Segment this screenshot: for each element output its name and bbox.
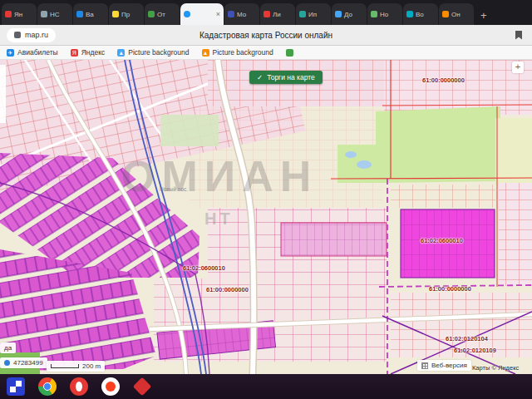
torgi-label: Торги на карте — [267, 73, 315, 81]
browser-tab[interactable]: НС — [37, 3, 72, 25]
tab-strip: Ян НС Ва Пр — [0, 3, 475, 25]
tab-favicon-icon — [371, 11, 377, 17]
bookmark-label: Picture background — [128, 48, 189, 57]
tab-favicon-icon — [41, 11, 47, 17]
taskbar — [0, 374, 532, 399]
counter-value: 47283499 — [13, 359, 43, 367]
tab-favicon-icon — [299, 11, 306, 17]
tab-close-icon[interactable]: × — [216, 10, 220, 18]
tab-favicon-icon — [184, 11, 190, 17]
web-version-label: Веб-версия — [431, 362, 467, 369]
bookmark-favicon-icon: ✈ — [7, 49, 14, 57]
tab-favicon-icon — [5, 11, 12, 17]
bookmark-favicon-icon: Я — [71, 49, 78, 57]
location-dot-icon — [4, 360, 10, 366]
bookmark-label: Авиабилеты — [17, 48, 58, 57]
web-version-button[interactable]: Веб-версия — [417, 360, 471, 371]
tab-favicon-icon — [112, 11, 119, 17]
bookmark-item[interactable]: ▲ Picture background — [117, 48, 189, 57]
tab-label: Он — [451, 11, 461, 18]
coordinates-chip: 47283499 — [0, 357, 47, 368]
opera-icon[interactable] — [70, 377, 88, 396]
bookmark-favicon-icon: ▲ — [202, 49, 209, 57]
scale-label: 200 m — [82, 362, 101, 370]
browser-tab[interactable]: Ва — [73, 3, 108, 25]
cadastral-number-label: 61:02:0120104 — [446, 335, 488, 342]
tab-label: Ип — [308, 11, 317, 18]
bookmark-item[interactable] — [286, 49, 297, 57]
browser-tab[interactable]: Но — [367, 3, 402, 25]
tab-favicon-icon — [406, 11, 413, 17]
url-pill[interactable]: map.ru — [7, 28, 56, 42]
map-copyright[interactable]: Карты © Яндекс — [472, 364, 519, 372]
tab-favicon-icon — [335, 11, 342, 17]
tab-label: Мо — [237, 11, 246, 18]
new-tab-button[interactable]: + — [480, 10, 487, 21]
tab-label: Но — [380, 11, 388, 18]
page-title: Кадастровая карта России онлайн — [0, 31, 532, 40]
browser-tab[interactable]: Пр — [109, 3, 144, 25]
address-bar: map.ru Кадастровая карта России онлайн — [0, 25, 532, 46]
bookmark-favicon-icon: ▲ — [117, 49, 125, 57]
legend-chip[interactable]: да — [0, 342, 16, 353]
bookmark-favicon-icon — [286, 49, 293, 57]
cadastral-map[interactable]: ОМИАН НТ Новый пос. 61:00:0000000 61:02:… — [0, 60, 532, 374]
cadastral-number-label: 61:02:0600010 — [183, 264, 225, 272]
browser-tab[interactable]: От — [145, 3, 180, 25]
zoom-in-button[interactable]: + — [512, 62, 524, 73]
grid-icon — [421, 362, 428, 369]
chrome-icon[interactable] — [38, 377, 57, 396]
red-app-icon[interactable] — [133, 377, 152, 397]
tab-label: Ва — [86, 11, 94, 18]
bookmark-item[interactable]: ✈ Авиабилеты — [7, 48, 58, 57]
scale-bar: 200 m — [47, 361, 105, 372]
start-icon[interactable] — [7, 377, 25, 396]
cadastral-number-label: 61:00:0000000 — [206, 286, 249, 293]
bookmark-item[interactable]: Я Яндекс — [71, 48, 106, 57]
url-text: map.ru — [25, 31, 48, 39]
cadastral-number-label: 61:00:0000000 — [429, 285, 471, 293]
tab-label: НС — [50, 11, 60, 18]
browser-tab[interactable]: Ип — [296, 3, 331, 25]
cadastral-labels-layer: 61:00:0000000 61:02:0600010 61:00:000000… — [0, 60, 532, 374]
browser-tab[interactable]: Ли — [260, 3, 295, 25]
cadastral-number-label: 61:02:0120109 — [454, 347, 496, 354]
tab-label: Во — [416, 11, 424, 18]
tab-favicon-icon — [228, 11, 234, 17]
browser-tab[interactable]: Во — [403, 3, 438, 25]
bookmark-item[interactable]: ▲ Picture background — [202, 48, 273, 57]
bookmark-label: Яндекс — [81, 48, 106, 57]
taskbar-icons — [0, 377, 158, 396]
screen: Ян НС Ва Пр — [0, 0, 532, 399]
browser-tab[interactable]: Он — [439, 3, 474, 25]
tab-label: Ян — [14, 11, 22, 18]
browser-tab[interactable]: Мо — [224, 3, 259, 25]
scale-line — [51, 364, 79, 368]
tab-label: До — [344, 11, 352, 18]
cadastral-number-label: 61:00:0000000 — [422, 76, 465, 84]
browser-tab[interactable]: × — [180, 3, 224, 25]
browser-tab[interactable]: Ян — [2, 3, 37, 25]
tab-favicon-icon — [148, 11, 155, 17]
tab-label: Ли — [273, 11, 281, 18]
cadastral-number-label: 61:02:0600010 — [421, 237, 463, 244]
tab-favicon-icon — [76, 11, 83, 17]
tab-favicon-icon — [264, 11, 270, 17]
torgi-button[interactable]: ✓ Торги на карте — [249, 71, 323, 84]
bookmark-label: Picture background — [213, 48, 273, 57]
yandex-browser-icon[interactable] — [101, 377, 120, 396]
site-icon — [14, 32, 21, 38]
browser-tab[interactable]: До — [332, 3, 367, 25]
bookmarks-bar: ✈ Авиабилеты Я Яндекс ▲ Picture backgrou… — [0, 46, 532, 60]
tab-label: Пр — [121, 11, 130, 18]
tab-label: От — [157, 11, 165, 18]
tab-bar: Ян НС Ва Пр — [0, 0, 532, 25]
check-icon: ✓ — [257, 73, 263, 81]
tab-favicon-icon — [442, 11, 449, 17]
